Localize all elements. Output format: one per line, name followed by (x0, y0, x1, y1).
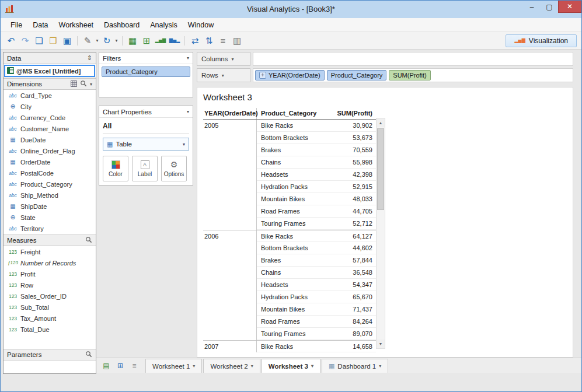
expand-field-icon[interactable]: + (259, 72, 266, 79)
minimize-button[interactable]: – (523, 1, 541, 13)
rows-shelf[interactable]: + YEAR(OrderDate) Product_Category SUM(P… (253, 68, 573, 82)
table-row[interactable]: Touring Frames 52,712 (203, 218, 376, 230)
column-header-profit[interactable]: SUM(Profit) (322, 108, 376, 119)
table-row[interactable]: Brakes 57,844 (203, 254, 376, 267)
menu-item[interactable]: Data (27, 19, 53, 31)
sheet-tab[interactable]: Worksheet 1 ▾ (145, 359, 202, 373)
save-icon[interactable]: ▣ (60, 34, 74, 48)
search-icon[interactable] (80, 80, 87, 88)
chevron-down-icon[interactable]: ▾ (187, 109, 189, 114)
add-columns-icon[interactable]: ⊞ (140, 34, 154, 48)
bar-chart-green-icon[interactable]: ▂▅▇ (154, 34, 168, 48)
measure-item[interactable]: Row (4, 279, 96, 290)
table-row[interactable]: Hydration Packs 52,915 (203, 181, 376, 193)
dimension-item[interactable]: Ship_Method (4, 190, 96, 201)
dimension-item[interactable]: Online_Order_Flag (4, 145, 96, 156)
chevron-down-icon[interactable]: ▾ (90, 82, 92, 87)
sheet-list-icon[interactable]: ≡ (128, 360, 141, 372)
menu-item[interactable]: Analysis (145, 19, 183, 31)
table-row[interactable]: Chains 55,998 (203, 156, 376, 169)
filters-shelf[interactable]: Product_Category (99, 64, 193, 97)
sheet-tab[interactable]: Worksheet 3 ▾ (262, 359, 320, 373)
table-row[interactable]: Headsets 42,398 (203, 169, 376, 181)
dimension-item[interactable]: Card_Type (4, 90, 96, 101)
dimension-item[interactable]: ShipDate (4, 201, 96, 212)
rows-shelf-label[interactable]: Rows ▾ (197, 68, 250, 82)
filter-pill[interactable]: Product_Category (102, 66, 190, 77)
new-dashboard-icon[interactable]: ⊞ (114, 360, 127, 372)
table-row[interactable]: Touring Frames 89,070 (203, 328, 376, 340)
dimension-item[interactable]: State (4, 212, 96, 223)
undo-icon[interactable]: ↶ (4, 34, 18, 48)
toolbar-separator[interactable] (77, 36, 78, 46)
table-row[interactable]: Hydration Packs 65,670 (203, 291, 376, 303)
swap-axes-icon[interactable]: ⇄ (188, 34, 202, 48)
view-data-grid-icon[interactable] (71, 80, 77, 88)
dropdown-caret-icon[interactable]: ▾ (114, 34, 119, 48)
measure-item[interactable]: Freight (4, 246, 96, 257)
table-row[interactable]: Bottom Brackets 53,673 (203, 132, 376, 144)
maximize-button[interactable]: ▢ (541, 1, 558, 13)
table-row[interactable]: 2007 Bike Racks 14,658 (203, 340, 376, 352)
measure-item[interactable]: Number of Records (4, 257, 96, 268)
menu-item[interactable]: File (5, 19, 27, 31)
bar-chart-blue-icon[interactable]: ▇▅▂ (168, 34, 182, 48)
sheet-tab[interactable]: Worksheet 2 ▾ (203, 359, 260, 373)
scroll-down-arrow[interactable]: ▼ (377, 340, 385, 348)
table-row[interactable]: Brakes 70,559 (203, 144, 376, 156)
scroll-up-arrow[interactable]: ▲ (377, 118, 385, 127)
table-row[interactable]: Chains 36,548 (203, 267, 376, 279)
chevron-down-icon[interactable]: ▾ (187, 55, 189, 61)
dimension-item[interactable]: Currency_Code (4, 112, 96, 123)
table-row[interactable]: Road Frames 84,264 (203, 316, 376, 328)
toolbar-separator[interactable] (184, 36, 185, 46)
table-row[interactable]: 2006 Bike Racks 64,127 (203, 230, 376, 242)
shelf-pill[interactable]: + YEAR(OrderDate) (255, 70, 325, 80)
dimension-item[interactable]: DueDate (4, 134, 96, 145)
shelf-pill[interactable]: SUM(Profit) (389, 70, 430, 80)
sheet-tab[interactable]: ▦ Dashboard 1 ▾ (322, 359, 388, 373)
tab-menu-caret[interactable]: ▾ (379, 363, 381, 369)
columns-shelf-label[interactable]: Columns ▾ (197, 52, 250, 66)
table-row[interactable]: Mountain Bikes 71,437 (203, 303, 376, 316)
open-workbook-icon[interactable]: ❒ (46, 34, 60, 48)
new-worksheet-icon[interactable]: ▤ (100, 360, 113, 372)
dimension-item[interactable]: OrderDate (4, 156, 96, 167)
close-button[interactable]: ✕ (558, 1, 581, 13)
measure-item[interactable]: Tax_Amount (4, 313, 96, 324)
tab-menu-caret[interactable]: ▾ (311, 363, 313, 369)
sort-ascending-icon[interactable]: ⇅ (202, 34, 216, 48)
columns-shelf[interactable] (253, 52, 573, 66)
group-fields-icon[interactable]: ▥ (230, 34, 244, 48)
column-header-category[interactable]: Product_Category (257, 108, 322, 119)
tab-menu-caret[interactable]: ▾ (193, 363, 195, 369)
dropdown-caret-icon[interactable]: ▾ (95, 34, 100, 48)
table-row[interactable]: Bottom Brackets 44,602 (203, 242, 376, 254)
new-workbook-icon[interactable]: ❏ (32, 34, 46, 48)
sort-descending-icon[interactable]: ≡ (216, 34, 230, 48)
table-row[interactable]: Mountain Bikes 48,033 (203, 193, 376, 205)
menu-item[interactable]: Worksheet (54, 19, 99, 31)
measure-item[interactable]: Sales_Order_ID (4, 290, 96, 302)
add-rows-icon[interactable]: ▦ (126, 34, 140, 48)
table-row[interactable]: 2005 Bike Racks 30,902 (203, 120, 376, 132)
reorder-data-sources-icon[interactable]: ⇕ (87, 54, 92, 62)
table-row[interactable]: Road Frames 44,705 (203, 205, 376, 218)
measure-item[interactable]: Total_Due (4, 324, 96, 335)
visualization-button[interactable]: ▂▅▇ Visualization (506, 34, 577, 47)
table-row[interactable]: Headsets 54,347 (203, 279, 376, 291)
search-icon[interactable] (85, 236, 92, 244)
vertical-scrollbar[interactable]: ▲ ▼ (376, 118, 385, 349)
dimension-item[interactable]: Customer_Name (4, 123, 96, 134)
chart-type-select[interactable]: ▦ Table ▾ (103, 138, 189, 150)
menu-item[interactable]: Dashboard (99, 19, 145, 31)
search-icon[interactable] (85, 351, 92, 359)
data-source-item[interactable]: @MS Excel [Untitled] (4, 65, 95, 77)
dimension-item[interactable]: PostalCode (4, 167, 96, 178)
column-header-year[interactable]: YEAR(OrderDate) (203, 108, 257, 119)
toolbar-separator[interactable] (122, 36, 123, 46)
refresh-data-icon[interactable]: ↻ (100, 34, 114, 48)
options-button[interactable]: Options (161, 156, 187, 181)
scrollbar-thumb[interactable] (377, 128, 384, 210)
label-button[interactable]: Label (132, 156, 158, 181)
